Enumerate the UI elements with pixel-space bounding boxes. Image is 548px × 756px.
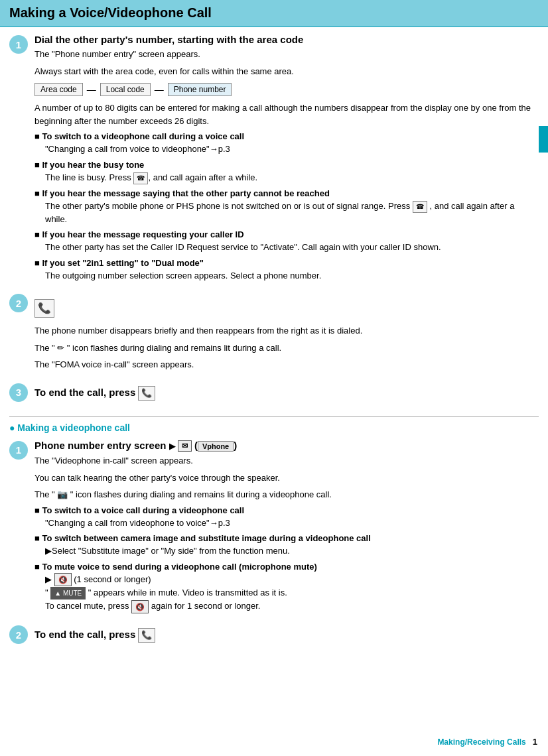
step-3-block: 3 To end the call, press 📞 bbox=[9, 382, 539, 407]
end-call-icon: 📞 bbox=[138, 386, 155, 401]
step-2-block: 2 📞 The phone number disappears briefly … bbox=[9, 292, 539, 375]
step-1-circle: 1 bbox=[9, 35, 28, 54]
page-title: Making a Voice/Videophone Call bbox=[0, 0, 548, 27]
bullet-1-4-heading: If you hear the message requesting your … bbox=[34, 229, 539, 239]
bullet-1-4-text: The other party has set the Caller ID Re… bbox=[45, 241, 539, 254]
s2-step-2-block: 2 To end the call, press 📞 bbox=[9, 624, 539, 649]
bullet-1-5-text: The outgoing number selection screen app… bbox=[45, 269, 539, 283]
dash-1: — bbox=[87, 84, 96, 95]
footer-label: Making/Receiving Calls bbox=[437, 737, 525, 747]
bullet-1-3-text: The other party's mobile phone or PHS ph… bbox=[45, 200, 539, 226]
code-bar: Area code — Local code — Phone number bbox=[34, 83, 539, 96]
s2-bullet-1-heading: To switch to a voice call during a video… bbox=[34, 505, 539, 515]
bullet-1-1: To switch to a videophone call during a … bbox=[34, 131, 539, 156]
right-accent-bar bbox=[539, 126, 548, 153]
step-2-desc3: The "FOMA voice in-call" screen appears. bbox=[34, 358, 539, 371]
bullet-1-2-text: The line is busy. Press ☎, and call agai… bbox=[45, 171, 539, 184]
s2-bullet-2: To switch between camera image and subst… bbox=[34, 533, 539, 558]
s2-bullet-2-heading: To switch between camera image and subst… bbox=[34, 533, 539, 543]
step-2-desc1: The phone number disappears briefly and … bbox=[34, 324, 539, 338]
s2-bullet-1-text: "Changing a call from videophone to voic… bbox=[45, 517, 539, 530]
bullet-1-2-heading: If you hear the busy tone bbox=[34, 160, 539, 170]
area-code-box: Area code bbox=[34, 83, 83, 96]
bullet-1-5: If you set "2in1 setting" to "Dual mode"… bbox=[34, 258, 539, 283]
s2-step-2-heading: To end the call, press 📞 bbox=[34, 624, 539, 647]
s2-step-1-heading: Phone number entry screen ▶ ✉ (Vphone) bbox=[34, 440, 539, 452]
s2-bullet-1: To switch to a voice call during a video… bbox=[34, 505, 539, 530]
step-3-heading: To end the call, press 📞 bbox=[34, 382, 539, 405]
s2-bullet-2-text: ▶Select "Substitute image" or "My side" … bbox=[45, 544, 539, 558]
vphone-badge: Vphone bbox=[198, 441, 234, 452]
bullet-1-3: If you hear the message saying that the … bbox=[34, 188, 539, 226]
bullet-1-4: If you hear the message requesting your … bbox=[34, 229, 539, 254]
arrow-right-icon: ▶ bbox=[169, 442, 175, 451]
mute-text-badge: ▲ MUTE bbox=[50, 587, 86, 599]
s2-step-1-circle: 1 bbox=[9, 441, 28, 460]
dash-2: — bbox=[155, 84, 164, 95]
s2-bullet-3: To mute voice to send during a videophon… bbox=[34, 562, 539, 614]
s2-step-2-circle: 2 bbox=[9, 625, 28, 644]
step-3-content: To end the call, press 📞 bbox=[34, 382, 539, 407]
s2-step-1-desc1: The "Videophone in-call" screen appears. bbox=[34, 454, 539, 468]
step-3-circle: 3 bbox=[9, 383, 28, 402]
s2-step-1-content: Phone number entry screen ▶ ✉ (Vphone) T… bbox=[34, 440, 539, 618]
section-divider bbox=[9, 416, 539, 417]
step-2-content: 📞 The phone number disappears briefly an… bbox=[34, 292, 539, 375]
bullet-1-5-heading: If you set "2in1 setting" to "Dual mode" bbox=[34, 258, 539, 268]
step-1-heading: Dial the other party's number, starting … bbox=[34, 34, 539, 45]
bullet-1-2: If you hear the busy tone The line is bu… bbox=[34, 160, 539, 184]
step-1-desc1: The "Phone number entry" screen appears. bbox=[34, 48, 539, 61]
step-1-content: Dial the other party's number, starting … bbox=[34, 34, 539, 286]
page-footer: Making/Receiving Calls 1 bbox=[437, 737, 537, 747]
phone-call-icon-row: 📞 bbox=[34, 295, 539, 322]
step-2-desc2: The " ✏ " icon flashes during dialing an… bbox=[34, 342, 539, 355]
phone-number-box: Phone number bbox=[168, 83, 232, 96]
section2-header: Making a videophone call bbox=[9, 422, 539, 433]
footer-page-number: 1 bbox=[533, 737, 537, 747]
s2-step-2-content: To end the call, press 📞 bbox=[34, 624, 539, 649]
bullet-1-1-text: "Changing a call from voice to videophon… bbox=[45, 143, 539, 156]
s2-bullet-3-sub2: " ▲ MUTE " appears while in mute. Video … bbox=[45, 586, 539, 599]
busy-icon: ☎ bbox=[133, 172, 148, 184]
s2-bullet-3-sub3: To cancel mute, press 🔇 again for 1 seco… bbox=[45, 599, 539, 613]
s2-end-call-icon: 📞 bbox=[138, 628, 155, 643]
s2-bullet-3-sub1: ▶ 🔇 (1 second or longer) bbox=[45, 573, 539, 587]
step-1-block: 1 Dial the other party's number, startin… bbox=[9, 34, 539, 286]
step-1-desc3: A number of up to 80 digits can be enter… bbox=[34, 101, 539, 127]
end-icon-1: ☎ bbox=[413, 201, 427, 213]
step-2-circle: 2 bbox=[9, 294, 28, 312]
phone-call-icon: 📞 bbox=[34, 299, 54, 318]
s2-bullet-3-heading: To mute voice to send during a videophon… bbox=[34, 562, 539, 572]
s2-step-1-desc3: The " 📷 " icon flashes during dialing an… bbox=[34, 488, 539, 501]
s2-step-1-block: 1 Phone number entry screen ▶ ✉ (Vphone)… bbox=[9, 440, 539, 618]
s2-step-1-desc2: You can talk hearing the other party's v… bbox=[34, 472, 539, 485]
bullet-1-3-heading: If you hear the message saying that the … bbox=[34, 188, 539, 198]
step-1-desc2: Always start with the area code, even fo… bbox=[34, 65, 539, 78]
mute-cancel-icon: 🔇 bbox=[131, 600, 149, 614]
local-code-box: Local code bbox=[100, 83, 151, 96]
envelope-icon: ✉ bbox=[178, 440, 192, 452]
bullet-1-1-heading: To switch to a videophone call during a … bbox=[34, 131, 539, 141]
mute-btn-icon: 🔇 bbox=[54, 573, 72, 587]
